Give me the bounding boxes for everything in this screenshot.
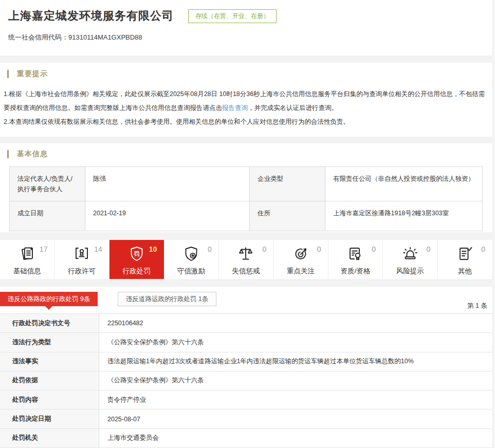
field-value: 有限责任公司（非自然人投资或控股的法人独资）	[325, 167, 483, 201]
credit-code: 统一社会信用代码：91310114MA1GXPBD88	[8, 33, 492, 42]
tab-count: 0	[481, 245, 485, 253]
credit-report-page: 上海嘉定城发环境服务有限公司 存续（在营、开业、在册） 统一社会信用代码：913…	[0, 0, 495, 448]
section-title-bar	[7, 150, 9, 158]
company-header: 上海嘉定城发环境服务有限公司 存续（在营、开业、在册） 统一社会信用代码：913…	[0, 0, 492, 55]
penalty-shield-icon: 罚	[127, 245, 146, 263]
tab-label: 重点关注	[273, 267, 327, 276]
page-title: 上海嘉定城发环境服务有限公司	[8, 8, 174, 24]
tab-admin-license[interactable]: 14 行政许可	[54, 240, 109, 279]
record-index: 第 1 条	[467, 302, 487, 310]
document-stack-icon	[18, 245, 36, 263]
penalty-detail-table: 行政处罚决定书文号 2250106482 违法行为类型 《公路安全保护条例》第六…	[0, 313, 492, 448]
tab-count: 0	[372, 245, 376, 253]
field-value: 责令停产停业	[99, 390, 492, 409]
table-row: 法定代表人/负责人/执行事务合伙人 陈强 企业类型 有限责任公司（非自然人投资或…	[10, 167, 483, 201]
active-subtab-arrow	[45, 306, 52, 310]
table-row: 处罚机关 上海市交通委员会	[0, 429, 492, 448]
field-value: 陈强	[85, 167, 250, 201]
tab-credit-incentive[interactable]: 0 守信激励	[164, 240, 218, 279]
field-value: 《公路安全保护条例》第六十六条	[99, 371, 492, 390]
tab-credit-punishment[interactable]: 0 失信惩戒	[219, 240, 273, 279]
important-notice-section: 重要提示 1.根据《上海市社会信用条例》相关规定，此处仅展示截至2025年08月…	[0, 63, 492, 137]
tab-count: 0	[208, 245, 212, 253]
field-value: 违法超限运输1年内超过3次或者道路运输企业1年内违法超限运输的货运车辆超过本单位…	[99, 352, 492, 371]
tab-label: 其他	[438, 267, 492, 276]
tab-risk-alert[interactable]: 0 风险提示	[383, 240, 437, 279]
scales-icon	[236, 245, 255, 263]
field-label: 处罚内容	[0, 390, 99, 409]
field-label: 违法事实	[0, 352, 99, 371]
field-label: 违法行为类型	[0, 333, 99, 351]
tab-count: 17	[40, 245, 48, 253]
tab-admin-penalty[interactable]: 10 罚 行政处罚	[109, 240, 164, 279]
tab-key-attention[interactable]: 0 重点关注	[273, 240, 328, 279]
field-value: 2021-02-19	[85, 201, 250, 231]
field-value: 上海市交通委员会	[99, 429, 492, 447]
tab-label: 守信激励	[164, 267, 218, 276]
tab-label: 风险提示	[383, 267, 437, 276]
tab-count: 0	[317, 245, 321, 253]
status-badge: 存续（在营、开业、在册）	[188, 9, 277, 23]
target-icon	[291, 245, 310, 263]
subtab-road-transport-penalty[interactable]: 违反道路运政的行政处罚 1条	[118, 292, 216, 306]
svg-text:罚: 罚	[133, 251, 139, 257]
field-label: 住所	[250, 201, 325, 231]
basic-info-title: 基本信息	[17, 150, 48, 159]
table-row: 处罚依据 《公路安全保护条例》第六十六条	[0, 371, 492, 390]
field-value: 上海市嘉定区徐潘路1918号2幢3层303室	[325, 201, 483, 231]
tab-count: 0	[262, 245, 266, 253]
certificate-medal-icon	[346, 245, 364, 263]
field-label: 成立日期	[10, 201, 85, 231]
section-divider	[0, 137, 492, 143]
tab-count: 14	[94, 245, 102, 253]
alarm-icon	[401, 245, 419, 263]
field-label: 处罚依据	[0, 371, 99, 390]
table-row: 违法事实 违法超限运输1年内超过3次或者道路运输企业1年内违法超限运输的货运车辆…	[0, 352, 492, 371]
document-check-icon	[455, 245, 474, 263]
field-value: 2025-08-07	[99, 409, 492, 428]
section-divider	[0, 279, 492, 287]
subtab-label: 违反道路运政的行政处罚 1条	[126, 295, 208, 304]
table-row: 成立日期 2021-02-19 住所 上海市嘉定区徐潘路1918号2幢3层303…	[10, 201, 483, 231]
tab-label: 资质/资格	[328, 267, 382, 276]
field-value: 《公路安全保护条例》第六十六条	[99, 333, 492, 351]
category-tab-bar: 17 基础信息 14	[0, 240, 492, 279]
tab-count: 10	[149, 245, 157, 253]
penalty-subtab-bar: 违反公路路政的行政处罚 9条 违反道路运政的行政处罚 1条 第 1 条	[0, 287, 492, 313]
field-label: 处罚机关	[0, 429, 99, 447]
tab-label: 基础信息	[0, 267, 54, 276]
basic-info-table: 法定代表人/负责人/执行事务合伙人 陈强 企业类型 有限责任公司（非自然人投资或…	[9, 166, 483, 231]
section-divider	[0, 232, 492, 240]
tab-qualifications[interactable]: 0 资质/资格	[328, 240, 383, 279]
field-value: 2250106482	[99, 314, 492, 332]
page-right-gutter	[492, 0, 495, 448]
notice-p1-tail: ，并完成实名认证后进行查询。	[248, 104, 338, 111]
notice-paragraph-2: 2.本查询结果仅依现有数据展示相关信息，供社会参考使用。使用相关信息的单位和个人…	[4, 115, 486, 129]
table-row: 处罚内容 责令停产停业	[0, 390, 492, 409]
field-label: 法定代表人/负责人/执行事务合伙人	[10, 167, 85, 201]
subtab-label: 违反公路路政的行政处罚 9条	[8, 295, 90, 304]
notice-paragraph-1: 1.根据《上海市社会信用条例》相关规定，此处仅展示截至2025年08月28日 1…	[4, 87, 486, 115]
tab-basic-info[interactable]: 17 基础信息	[0, 240, 54, 279]
table-row: 行政处罚决定书文号 2250106482	[0, 314, 492, 333]
shield-seal-icon	[182, 245, 200, 263]
tab-label: 失信惩戒	[219, 267, 273, 276]
tab-label: 行政许可	[54, 267, 108, 276]
section-divider	[0, 55, 492, 63]
tab-label: 行政处罚	[109, 267, 163, 276]
field-label: 行政处罚决定书文号	[0, 314, 99, 332]
table-row: 违法行为类型 《公路安全保护条例》第六十六条	[0, 333, 492, 352]
report-query-link[interactable]: 报告查询	[222, 104, 248, 111]
section-title-bar	[7, 70, 9, 78]
basic-info-section: 基本信息 法定代表人/负责人/执行事务合伙人 陈强 企业类型 有限责任公司（非自…	[0, 143, 492, 232]
table-row: 处罚决定日期 2025-08-07	[0, 409, 492, 428]
tab-count: 0	[427, 245, 431, 253]
field-label: 处罚决定日期	[0, 409, 99, 428]
notice-title: 重要提示	[17, 69, 48, 79]
field-label: 企业类型	[250, 167, 325, 201]
stamp-icon	[72, 245, 91, 263]
subtab-highway-penalty[interactable]: 违反公路路政的行政处罚 9条	[0, 292, 98, 306]
tab-other[interactable]: 0 其他	[438, 240, 492, 279]
